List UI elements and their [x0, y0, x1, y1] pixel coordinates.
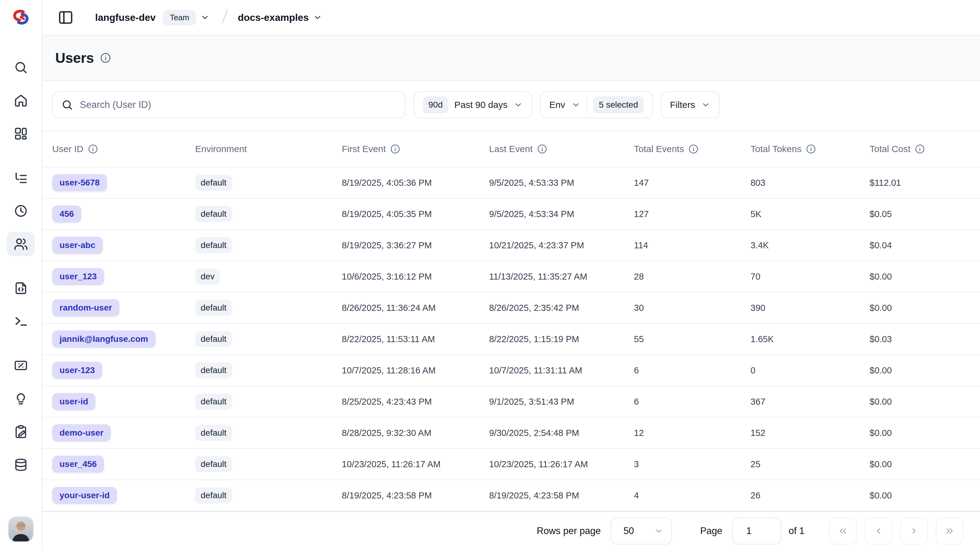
- sidebar-item-prompts[interactable]: [7, 276, 35, 300]
- user-id-cell: user-123: [52, 362, 195, 379]
- rows-per-page-select[interactable]: 50: [611, 518, 672, 544]
- total-events-cell: 127: [634, 209, 751, 219]
- sidebar-item-datasets[interactable]: [7, 453, 35, 477]
- table-row[interactable]: random-userdefault8/26/2025, 11:36:24 AM…: [42, 292, 980, 324]
- column-header: Last Event: [489, 144, 634, 154]
- table-row[interactable]: jannik@langfuse.comdefault8/22/2025, 11:…: [42, 324, 980, 355]
- total-tokens-cell: 26: [751, 491, 870, 501]
- org-switcher-chevron-down-icon[interactable]: [200, 13, 210, 22]
- user-avatar[interactable]: [9, 517, 33, 541]
- environment-cell: default: [195, 487, 342, 503]
- environment-badge: default: [195, 331, 232, 347]
- column-header-label: Total Tokens: [751, 144, 802, 154]
- filters-button[interactable]: Filters: [661, 91, 720, 118]
- info-icon: [915, 144, 925, 154]
- app-window: langfuse-dev Team docs-examples Users: [0, 0, 980, 550]
- column-header-label: Last Event: [489, 144, 533, 154]
- total-tokens-cell: 3.4K: [751, 240, 870, 250]
- total-tokens-cell: 367: [751, 397, 870, 407]
- sidebar-item-playground[interactable]: [7, 309, 35, 334]
- total-events-cell: 6: [634, 397, 751, 407]
- total-events-cell: 28: [634, 272, 751, 282]
- first-event-cell: 8/28/2025, 9:32:30 AM: [342, 428, 489, 438]
- project-switcher-chevron-down-icon[interactable]: [313, 13, 322, 22]
- table-row[interactable]: demo-userdefault8/28/2025, 9:32:30 AM9/3…: [42, 418, 980, 449]
- total-events-cell: 30: [634, 303, 751, 313]
- total-events-cell: 147: [634, 178, 751, 188]
- column-header-label: First Event: [342, 144, 386, 154]
- last-page-button[interactable]: [936, 518, 963, 544]
- search-box[interactable]: [52, 91, 406, 118]
- user-id-cell: user-abc: [52, 237, 195, 254]
- sidebar-item-search[interactable]: [7, 55, 35, 80]
- last-event-cell: 9/5/2025, 4:53:34 PM: [489, 209, 634, 219]
- user-id-badge[interactable]: 456: [52, 205, 81, 223]
- total-cost-cell: $0.03: [870, 334, 970, 344]
- breadcrumb-project[interactable]: docs-examples: [238, 12, 309, 23]
- environment-cell: default: [195, 300, 342, 316]
- user-id-badge[interactable]: user-123: [52, 362, 102, 379]
- user-id-cell: user-5678: [52, 174, 195, 191]
- sidebar-item-evaluators[interactable]: [7, 386, 35, 411]
- environment-badge: default: [195, 237, 232, 253]
- search-input[interactable]: [80, 99, 396, 110]
- user-id-badge[interactable]: jannik@langfuse.com: [52, 330, 156, 348]
- last-event-cell: 11/13/2025, 11:35:27 AM: [489, 272, 634, 282]
- info-icon: [537, 144, 547, 154]
- total-cost-cell: $0.00: [870, 428, 970, 438]
- sidebar-toggle-icon[interactable]: [56, 8, 75, 27]
- table-row[interactable]: user-iddefault8/25/2025, 4:23:43 PM9/1/2…: [42, 386, 980, 418]
- total-tokens-cell: 5K: [751, 209, 870, 219]
- column-header-label: Total Cost: [870, 144, 910, 154]
- last-event-cell: 9/1/2025, 3:51:43 PM: [489, 397, 634, 407]
- next-page-button[interactable]: [900, 518, 928, 544]
- user-id-badge[interactable]: demo-user: [52, 424, 111, 441]
- table-row[interactable]: user_123dev10/6/2025, 3:16:12 PM11/13/20…: [42, 261, 980, 292]
- last-event-cell: 10/7/2025, 11:31:11 AM: [489, 365, 634, 376]
- environment-badge: default: [195, 425, 232, 441]
- user-id-badge[interactable]: user-id: [52, 393, 95, 410]
- sidebar: [0, 0, 42, 550]
- page-title-info-icon: [100, 52, 111, 63]
- page-of-label: of 1: [789, 525, 805, 537]
- langfuse-logo-icon[interactable]: [11, 8, 31, 26]
- user-id-badge[interactable]: user_456: [52, 456, 104, 473]
- column-header: Environment: [195, 144, 342, 154]
- total-cost-cell: $0.00: [870, 365, 970, 376]
- sidebar-item-annotation[interactable]: [7, 419, 35, 444]
- table-row[interactable]: user-abcdefault8/19/2025, 3:36:27 PM10/2…: [42, 230, 980, 261]
- environment-filter-button[interactable]: Env 5 selected: [540, 91, 652, 118]
- sidebar-item-dashboards[interactable]: [7, 121, 35, 146]
- date-range-button[interactable]: 90d Past 90 days: [414, 91, 532, 118]
- first-page-button[interactable]: [829, 518, 857, 544]
- user-id-badge[interactable]: user_123: [52, 268, 104, 285]
- table-row[interactable]: user-123default10/7/2025, 11:28:16 AM10/…: [42, 355, 980, 386]
- breadcrumb-org[interactable]: langfuse-dev: [95, 12, 156, 23]
- last-event-cell: 8/19/2025, 4:23:58 PM: [489, 491, 634, 501]
- page-header: Users: [42, 36, 980, 81]
- table-row[interactable]: user-5678default8/19/2025, 4:05:36 PM9/5…: [42, 167, 980, 199]
- user-id-badge[interactable]: your-user-id: [52, 487, 117, 504]
- user-id-badge[interactable]: user-5678: [52, 174, 107, 191]
- sidebar-item-tracing[interactable]: [7, 166, 35, 190]
- table-row[interactable]: user_456default10/23/2025, 11:26:17 AM10…: [42, 449, 980, 480]
- sidebar-item-sessions[interactable]: [7, 199, 35, 223]
- table-row[interactable]: your-user-iddefault8/19/2025, 4:23:58 PM…: [42, 480, 980, 511]
- total-cost-cell: $0.05: [870, 209, 970, 219]
- last-event-cell: 10/21/2025, 4:23:37 PM: [489, 240, 634, 250]
- previous-page-button[interactable]: [865, 518, 892, 544]
- total-events-cell: 6: [634, 365, 751, 376]
- first-event-cell: 8/25/2025, 4:23:43 PM: [342, 397, 489, 407]
- sidebar-item-home[interactable]: [7, 88, 35, 113]
- environment-badge: default: [195, 175, 232, 191]
- sidebar-item-users[interactable]: [7, 232, 35, 256]
- user-id-cell: user-id: [52, 393, 195, 410]
- date-range-badge: 90d: [423, 96, 448, 113]
- page-number-input[interactable]: [732, 518, 781, 544]
- sidebar-item-scores[interactable]: [7, 353, 35, 378]
- total-tokens-cell: 1.65K: [751, 334, 870, 344]
- user-id-badge[interactable]: random-user: [52, 299, 119, 316]
- table-row[interactable]: 456default8/19/2025, 4:05:35 PM9/5/2025,…: [42, 199, 980, 230]
- info-icon: [88, 144, 98, 154]
- user-id-badge[interactable]: user-abc: [52, 237, 103, 254]
